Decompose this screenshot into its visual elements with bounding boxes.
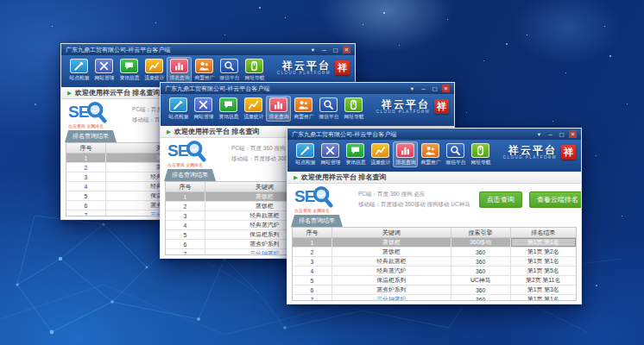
seo-tagline: 点击查询 全网排名 (167, 163, 203, 167)
brand-seal: 祥 (561, 145, 576, 160)
table-row[interactable]: 5保温柜系列UC神马第2页 第11名 (293, 276, 576, 285)
toolbar-item-mouse[interactable]: 网址导航 (468, 141, 493, 167)
toolbar-item-label: 网址导航 (470, 160, 490, 166)
table-row[interactable]: 7三分钟蒸炉360第1页 第1名 (293, 295, 576, 301)
skin-icon[interactable]: ▾ (408, 85, 416, 92)
cell-keyword: 蒸饭柜 (332, 248, 451, 256)
toolbar-item-tools[interactable]: 网站管理 (318, 141, 343, 167)
toolbar-item-chat[interactable]: 资讯信息 (216, 96, 241, 122)
brand-subtitle: CLOUD PLATFORM (376, 110, 430, 115)
toolbar-item-pencil[interactable]: 站点检测 (166, 96, 191, 122)
toolbar-item-people[interactable]: 商盟推广 (291, 96, 316, 122)
cell-keyword: 三分钟蒸炉 (332, 295, 451, 301)
tab-rank-results[interactable]: 排名查询结果 (164, 169, 216, 181)
close-icon[interactable]: ✕ (442, 85, 450, 92)
cell-no: 6 (66, 201, 106, 210)
toolbar-item-magnifier[interactable]: 微信平台 (217, 57, 242, 83)
toolbar-item-label: 资讯信息 (345, 160, 365, 166)
pencil-icon (70, 59, 88, 73)
maximize-icon[interactable]: ▢ (331, 46, 339, 53)
minimize-icon[interactable]: ─ (420, 85, 427, 92)
app-window[interactable]: 广东九鼎工贸有限公司-祥云平台客户端 ▾ ─ ▢ ✕ 站点检测网站管理资讯信息流… (287, 128, 582, 304)
table-row[interactable]: 2蒸饭柜360第1页 第2名 (293, 248, 576, 257)
toolbar-item-mouse[interactable]: 网址导航 (341, 96, 366, 122)
view-cloud-rank-button[interactable]: 查看云端排名 (529, 191, 582, 208)
toolbar-item-label: 排名查询 (169, 75, 189, 82)
toolbar-item-magnifier[interactable]: 微信平台 (443, 141, 468, 167)
skin-icon[interactable]: ▾ (309, 46, 317, 53)
minimize-icon[interactable]: ─ (320, 46, 328, 53)
toolbar-item-tools[interactable]: 网站管理 (92, 57, 117, 83)
toolbar-item-bar-chart[interactable]: 排名查询 (266, 96, 291, 122)
toolbar-item-line-chart[interactable]: 流量统计 (368, 141, 393, 167)
toolbar-item-label: 排名查询 (268, 114, 288, 121)
cell-result: 第2页 第11名 (511, 276, 576, 285)
seo-tagline: 点击查询 全网排名 (68, 124, 104, 129)
line-chart-icon (371, 143, 389, 158)
toolbar-item-bar-chart[interactable]: 排名查询 (167, 57, 192, 83)
title-bar[interactable]: 广东九鼎工贸有限公司-祥云平台客户端 ▾ ─ ▢ ✕ (287, 129, 581, 140)
query-button[interactable]: 点击查询 (479, 191, 522, 208)
minimize-icon[interactable]: ─ (546, 130, 554, 138)
brand-seal: 祥 (434, 99, 449, 114)
skin-icon[interactable]: ▾ (535, 130, 543, 138)
toolbar-item-people[interactable]: 商盟推广 (192, 57, 217, 83)
title-bar[interactable]: 广东九鼎工贸有限公司-祥云平台客户端 ▾ ─ ▢ ✕ (61, 44, 355, 55)
table-row[interactable]: 4经典蒸汽炉360第1页 第5名 (293, 267, 576, 276)
brand-logo: 祥云平台 CLOUD PLATFORM 祥 (277, 57, 350, 76)
cell-no: 2 (166, 202, 205, 210)
toolbar-item-label: 微信平台 (319, 114, 338, 121)
toolbar-item-people[interactable]: 商盟推广 (418, 141, 443, 167)
cell-no: 3 (66, 172, 106, 181)
table-row[interactable]: 1蒸饭柜360移动第1页 第1名 (293, 238, 576, 248)
cell-no: 7 (293, 295, 332, 301)
close-icon[interactable]: ✕ (343, 46, 350, 53)
pc-engines-line: PC端：百度 360 搜狗 必应 (358, 191, 470, 198)
tab-rank-results[interactable]: 排名查询结果 (65, 130, 117, 142)
toolbar-item-mouse[interactable]: 网址导航 (242, 57, 267, 83)
toolbar-item-pencil[interactable]: 站点检测 (293, 141, 318, 167)
toolbar-item-label: 商盟推广 (194, 75, 214, 82)
cell-keyword: 蒸饭柜 (332, 238, 451, 247)
toolbar-item-tools[interactable]: 网站管理 (191, 96, 216, 122)
toolbar-item-magnifier[interactable]: 微信平台 (316, 96, 341, 122)
cell-engine: UC神马 (451, 276, 511, 285)
col-header-no: 序号 (66, 143, 106, 153)
toolbar-item-pencil[interactable]: 站点检测 (66, 57, 92, 83)
people-icon (294, 97, 313, 112)
brand-name: 祥云平台 (376, 99, 430, 110)
cell-result: 第1页 第3名 (511, 285, 576, 294)
maximize-icon[interactable]: ▢ (558, 130, 565, 138)
toolbar-item-line-chart[interactable]: 流量统计 (142, 57, 167, 83)
breadcrumb-text: 欢迎使用祥云平台 排名查询 (301, 172, 386, 182)
cell-no: 1 (166, 192, 205, 201)
toolbar-item-chat[interactable]: 资讯信息 (343, 141, 368, 167)
breadcrumb-text: 欢迎使用祥云平台 排名查询 (75, 88, 160, 97)
col-header-no: 序号 (293, 228, 332, 237)
cell-no: 6 (166, 240, 205, 248)
title-bar[interactable]: 广东九鼎工贸有限公司-祥云平台客户端 ▾ ─ ▢ ✕ (161, 83, 454, 94)
table-row[interactable]: 6蒸煮炉系列360第1页 第3名 (293, 285, 576, 295)
cell-result: 第1页 第5名 (511, 267, 576, 275)
brand-name: 祥云平台 (277, 60, 331, 71)
close-icon[interactable]: ✕ (569, 130, 577, 138)
toolbar-item-bar-chart[interactable]: 排名查询 (393, 141, 418, 167)
tab-strip: 排名查询结果 (287, 215, 581, 227)
seo-logo-text: SE (167, 142, 187, 159)
col-header-no: 序号 (166, 182, 205, 191)
maximize-icon[interactable]: ▢ (431, 85, 439, 92)
magnifier-logo-icon (186, 140, 206, 162)
cell-keyword: 保温柜系列 (332, 276, 451, 285)
cell-engine: 360 (451, 257, 511, 266)
breadcrumb-arrow-icon: ▶ (294, 174, 298, 181)
cell-no: 6 (293, 285, 332, 294)
table-row[interactable]: 3经典款蒸柜360第1页 第1名 (293, 257, 576, 267)
toolbar-item-label: 流量统计 (144, 75, 164, 82)
tab-rank-results[interactable]: 排名查询结果 (291, 215, 343, 227)
magnifier-icon (446, 143, 464, 158)
cell-no: 5 (66, 191, 106, 200)
toolbar-item-chat[interactable]: 资讯信息 (117, 57, 142, 83)
cell-engine: 360 (451, 295, 511, 301)
action-buttons: 点击查询 查看云端排名 (479, 191, 582, 208)
toolbar-item-line-chart[interactable]: 流量统计 (241, 96, 266, 122)
